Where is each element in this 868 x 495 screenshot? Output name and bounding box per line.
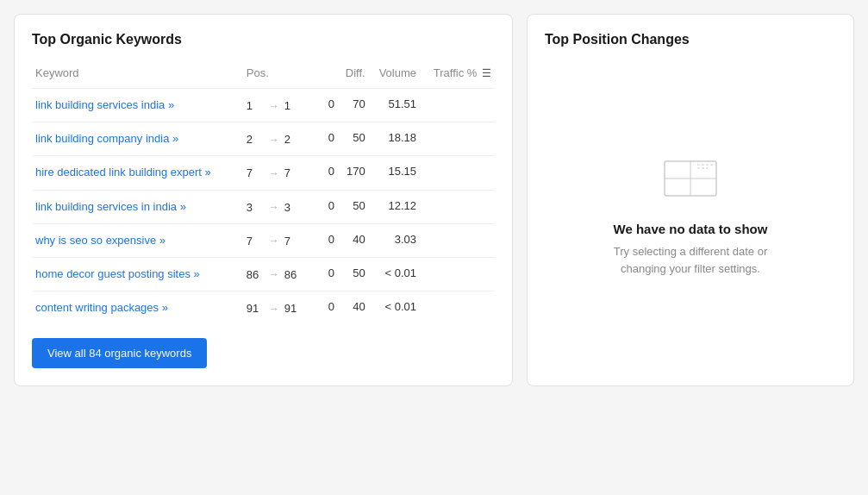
keyword-link[interactable]: hire dedicated link building expert » [35,166,211,179]
pos-old: 7 [247,235,264,248]
keyword-cell: why is seo so expensive » [32,223,243,257]
table-row: link building company india » 2 → 2 0 50… [32,122,495,156]
table-row: link building services in india » 3 → 3 … [32,190,495,223]
pos-old-cell: 3 → 3 [243,190,315,223]
traffic-cell: 51.51 [369,89,420,122]
pos-old: 1 [247,99,264,112]
keyword-cell: home decor guest posting sites » [32,257,243,291]
table-row: hire dedicated link building expert » 7 … [32,156,495,190]
col-volume: Volume [369,61,420,89]
pos-old-cell: 7 → 7 [243,223,315,257]
pos-old: 91 [247,302,264,315]
pos-old-cell: 7 → 7 [243,156,315,190]
traffic-filter-icon[interactable]: ☰ [482,67,491,79]
arrow-icon: → [267,201,281,213]
diff-cell: 0 [322,257,338,291]
keyword-link[interactable]: link building company india » [35,132,178,145]
volume-cell: 70 [338,89,369,122]
pos-new: 91 [284,302,302,315]
keyword-link[interactable]: why is seo so expensive » [35,234,165,247]
keyword-link[interactable]: content writing packages » [35,301,168,314]
keyword-cell: link building services in india » [32,190,243,223]
pos-old: 3 [247,201,264,214]
traffic-cell: 12.12 [369,190,420,223]
view-all-button[interactable]: View all 84 organic keywords [32,338,207,368]
keyword-cell: link building services india » [32,89,243,122]
diff-cell: 0 [322,89,338,122]
pos-new: 2 [284,133,302,146]
traffic-cell: 15.15 [369,156,420,190]
diff-cell: 0 [322,291,338,325]
keyword-link[interactable]: link building services india » [35,98,174,111]
arrow-icon: → [267,167,281,179]
pos-new: 7 [284,166,302,179]
keyword-link[interactable]: link building services in india » [35,200,186,213]
position-changes-panel: Top Position Changes We have no data to … [527,14,854,386]
pos-old: 86 [247,268,264,281]
no-data-subtitle: Try selecting a different date or changi… [596,243,785,277]
no-data-title: We have no data to show [614,222,768,236]
diff-cell: 0 [322,223,338,257]
pos-old: 2 [247,133,264,146]
no-data-icon [656,153,725,208]
pos-old: 7 [247,166,264,179]
table-row: why is seo so expensive » 7 → 7 0 40 3.0… [32,223,495,257]
keyword-link[interactable]: home decor guest posting sites » [35,267,200,280]
diff-cell: 0 [322,190,338,223]
volume-cell: 170 [338,156,369,190]
pos-new: 3 [284,201,302,214]
arrow-icon: → [267,235,281,247]
arrow-icon: → [267,134,281,146]
diff-cell: 0 [322,122,338,156]
left-panel-title: Top Organic Keywords [32,32,495,47]
arrow-icon: → [267,268,281,280]
col-keyword: Keyword [32,61,243,89]
traffic-cell: 18.18 [369,122,420,156]
pos-new: 1 [284,99,302,112]
right-panel-title: Top Position Changes [545,32,836,47]
col-traffic: Traffic % ☰ [420,61,495,89]
pos-old-cell: 91 → 91 [243,291,315,325]
diff-cell: 0 [322,156,338,190]
no-data-state: We have no data to show Try selecting a … [545,61,836,368]
keyword-cell: hire dedicated link building expert » [32,156,243,190]
table-row: content writing packages » 91 → 91 0 40 … [32,291,495,325]
pos-old-cell: 1 → 1 [243,89,315,122]
arrow-icon: → [267,100,281,112]
arrow-icon: → [267,303,281,315]
keyword-cell: content writing packages » [32,291,243,325]
keyword-cell: link building company india » [32,122,243,156]
col-pos: Pos. [243,61,338,89]
traffic-cell: < 0.01 [369,257,420,291]
volume-cell: 40 [338,291,369,325]
volume-cell: 50 [338,190,369,223]
col-diff: Diff. [338,61,369,89]
volume-cell: 50 [338,122,369,156]
table-row: home decor guest posting sites » 86 → 86… [32,257,495,291]
pos-old-cell: 2 → 2 [243,122,315,156]
pos-new: 7 [284,235,302,248]
volume-cell: 50 [338,257,369,291]
keywords-table: Keyword Pos. Diff. Volume Traffic % ☰ li… [32,61,495,324]
traffic-cell: < 0.01 [369,291,420,325]
pos-old-cell: 86 → 86 [243,257,315,291]
pos-new: 86 [284,268,302,281]
traffic-cell: 3.03 [369,223,420,257]
table-row: link building services india » 1 → 1 0 7… [32,89,495,122]
organic-keywords-panel: Top Organic Keywords Keyword Pos. Diff. … [14,14,513,386]
volume-cell: 40 [338,223,369,257]
